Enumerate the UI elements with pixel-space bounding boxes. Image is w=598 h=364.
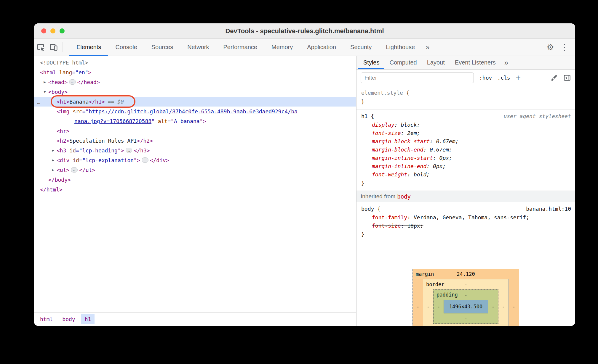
tab-sources[interactable]: Sources [144,39,180,56]
dom-tree-line[interactable]: ▸<div id="lcp-explanation">…</div> [34,155,356,165]
css-declaration[interactable]: display: block; [356,121,575,129]
dom-tree-line[interactable]: </html> [34,185,356,194]
devtools-window: DevTools - speculative-rules.glitch.me/b… [34,23,575,326]
zoom-button[interactable] [60,28,65,33]
css-declaration[interactable]: font-size: 18px; [356,222,575,230]
dom-tree-line[interactable]: ▾<body> [34,87,356,97]
css-declaration[interactable]: margin-block-start: 0.67em; [356,137,575,146]
dom-tree-line[interactable]: ▸<h3 id="lcp-heading">…</h3> [34,146,356,155]
tab-performance[interactable]: Performance [216,39,265,56]
toggle-sidebar-button[interactable] [563,74,571,82]
sidebar-tab-event-listeners[interactable]: Event Listeners [450,56,501,69]
css-declaration[interactable]: margin-inline-end: 0px; [356,162,575,170]
rule-source-link[interactable]: banana.html:10 [526,204,571,213]
dom-tree-line[interactable]: ▸<ul>…</ul> [34,165,356,175]
rule-selector[interactable]: element.style [361,90,403,96]
css-declaration[interactable]: font-family: Verdana, Geneva, Tahoma, sa… [356,213,575,222]
css-declaration[interactable]: margin-inline-start: 0px; [356,154,575,162]
border-right-value[interactable]: - [502,304,505,310]
dom-tree-line[interactable]: nana.jpg?v=1705668720588" alt="A banana"… [34,116,356,126]
box-model-content[interactable]: 1496×43.500 [444,300,488,313]
more-tabs-icon[interactable]: » [422,39,433,56]
expand-arrow-icon[interactable]: ▸ [50,165,56,175]
rule-origin: user agent stylesheet [503,112,571,121]
tab-memory[interactable]: Memory [264,39,300,56]
css-declaration[interactable]: font-weight: bold; [356,170,575,179]
tab-lighthouse[interactable]: Lighthouse [379,39,422,56]
code-token: <body> [48,89,68,95]
sidebar-tabs: StylesComputedLayoutEvent Listeners » [356,56,575,70]
css-property-name: font-size [372,130,401,136]
rule-selector[interactable]: body [361,206,374,212]
code-token: id [69,157,79,163]
padding-right-value[interactable]: - [492,304,495,310]
margin-top-value[interactable]: 24.120 [413,271,519,277]
inline-expand-icon[interactable]: … [142,157,148,163]
more-actions-icon[interactable]: … [37,97,40,107]
toggle-element-state-button[interactable]: :hov [479,75,492,81]
box-model-padding[interactable]: padding - - - - 1496×43.500 [433,289,498,324]
sidebar-tab-computed[interactable]: Computed [384,56,422,69]
traffic-lights [41,23,65,38]
tab-application[interactable]: Application [300,39,343,56]
device-toolbar-button[interactable] [47,39,60,56]
dom-tree-line[interactable]: <html lang="en"> [34,67,356,77]
styles-filter-input[interactable] [361,73,474,83]
css-declaration[interactable]: font-size: 2em; [356,129,575,137]
rule-selector[interactable]: h1 [361,113,368,119]
inline-expand-icon[interactable]: … [126,148,132,153]
padding-bottom-value[interactable]: - [434,315,498,321]
collapse-arrow-icon[interactable]: ▾ [42,87,48,97]
code-token[interactable]: https://cdn.glitch.global/87b4c0fe-655a-… [89,108,297,115]
tab-network[interactable]: Network [180,39,216,56]
padding-left-value[interactable]: - [437,304,440,310]
sidebar-tab-styles[interactable]: Styles [358,56,384,69]
dom-tree-line[interactable]: <img src="https://cdn.glitch.global/87b4… [34,107,356,116]
breadcrumb-item-h1[interactable]: h1 [81,314,95,324]
dom-tree-line[interactable]: </body> [34,175,356,185]
inherited-body-link[interactable]: body [397,193,411,200]
minimize-button[interactable] [50,28,55,33]
box-model-border[interactable]: border - - - - padding - - - - [423,279,509,326]
kebab-menu-icon[interactable]: ⋮ [559,42,570,52]
padding-top-value[interactable]: - [434,292,498,298]
code-token[interactable]: nana.jpg?v=1705668720588 [74,118,151,124]
new-style-rule-button[interactable]: + [516,74,521,82]
dom-tree-line[interactable]: <h1>Banana</h1>== $0… [34,97,356,107]
settings-gear-icon[interactable]: ⚙ [544,42,556,52]
sidebar-tabs-items: StylesComputedLayoutEvent Listeners [358,56,501,69]
dom-tree-line[interactable]: <!DOCTYPE html> [34,58,356,67]
expand-arrow-icon[interactable]: ▸ [50,146,56,155]
close-button[interactable] [41,28,46,33]
expand-arrow-icon[interactable]: ▸ [50,155,56,165]
dom-tree-line[interactable]: <hr> [34,126,356,136]
border-top-value[interactable]: - [423,281,509,287]
inspect-icon [36,43,45,52]
dom-tree-line[interactable]: ▸<head>…</head> [34,77,356,87]
dom-tree-line[interactable]: <h2>Speculation Rules API</h2> [34,136,356,146]
margin-right-value[interactable]: - [512,304,515,310]
sidebar-more-tabs-icon[interactable]: » [501,56,512,69]
breadcrumb-item-body[interactable]: body [59,314,79,324]
rule-header: body {banana.html:10 [356,204,575,213]
tab-console[interactable]: Console [108,39,144,56]
sidebar-tab-layout[interactable]: Layout [422,56,450,69]
devtools-toolbar: ElementsConsoleSourcesNetworkPerformance… [34,39,575,56]
css-property-name: margin-block-start [372,138,430,144]
border-left-value[interactable]: - [427,304,430,310]
expand-arrow-icon[interactable]: ▸ [42,77,48,87]
inline-expand-icon[interactable]: … [71,167,78,173]
inline-expand-icon[interactable]: … [69,79,76,85]
tab-security[interactable]: Security [343,39,379,56]
css-declaration[interactable]: margin-block-end: 0.67em; [356,146,575,154]
margin-left-value[interactable]: - [416,304,419,310]
box-model-margin[interactable]: margin 24.120 - - - border - - - - pad [412,269,519,326]
open-brace: { [403,90,410,96]
brush-button[interactable] [550,74,558,82]
breadcrumb-item-html[interactable]: html [36,314,56,324]
inspect-element-button[interactable] [34,39,47,56]
element-classes-button[interactable]: .cls [497,75,510,81]
tab-elements[interactable]: Elements [69,39,108,56]
css-property-name: margin-inline-start [372,155,433,161]
code-token: > [203,118,206,124]
